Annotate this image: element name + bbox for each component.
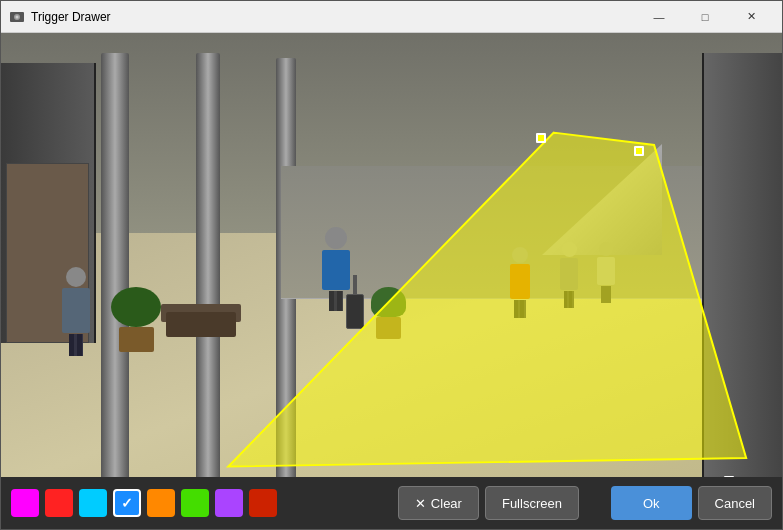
column-1 (101, 53, 129, 477)
cctv-background (1, 33, 782, 477)
person-5 (61, 267, 91, 357)
color-swatch-cyan[interactable] (79, 489, 107, 517)
color-swatch-pink[interactable] (11, 489, 39, 517)
cancel-button[interactable]: Cancel (698, 486, 772, 520)
color-swatch-red[interactable] (45, 489, 73, 517)
ok-button[interactable]: Ok (611, 486, 692, 520)
app-window: Trigger Drawer — □ ✕ (0, 0, 783, 530)
person-4 (596, 242, 616, 302)
color-swatch-blue[interactable]: ✓ (113, 489, 141, 517)
plant-2 (111, 287, 161, 347)
window-title: Trigger Drawer (31, 10, 636, 24)
clear-button[interactable]: ✕ Clear (398, 486, 479, 520)
store-right (702, 53, 782, 477)
person-2 (509, 247, 531, 317)
close-button[interactable]: ✕ (728, 1, 774, 33)
person-3 (559, 242, 579, 307)
fullscreen-label: Fullscreen (502, 496, 562, 511)
svg-point-2 (16, 15, 19, 18)
window-controls: — □ ✕ (636, 1, 774, 33)
color-swatch-green[interactable] (181, 489, 209, 517)
video-area[interactable] (1, 33, 782, 477)
clear-label: Clear (431, 496, 462, 511)
bottom-bar: ✓ ✕ Clear Fullscreen Ok Cancel (1, 477, 782, 529)
title-bar: Trigger Drawer — □ ✕ (1, 1, 782, 33)
clear-icon: ✕ (415, 496, 426, 511)
color-swatch-dark-red[interactable] (249, 489, 277, 517)
maximize-button[interactable]: □ (682, 1, 728, 33)
plant-1 (371, 287, 406, 337)
luggage (346, 294, 364, 329)
minimize-button[interactable]: — (636, 1, 682, 33)
cancel-label: Cancel (715, 496, 755, 511)
fullscreen-button[interactable]: Fullscreen (485, 486, 579, 520)
bench (161, 304, 241, 322)
ok-label: Ok (643, 496, 660, 511)
handle-top-right[interactable] (634, 146, 644, 156)
app-icon (9, 9, 25, 25)
handle-top-left[interactable] (536, 133, 546, 143)
color-swatch-purple[interactable] (215, 489, 243, 517)
column-2 (196, 53, 220, 477)
color-swatch-orange[interactable] (147, 489, 175, 517)
handle-bottom-right[interactable] (724, 476, 734, 477)
